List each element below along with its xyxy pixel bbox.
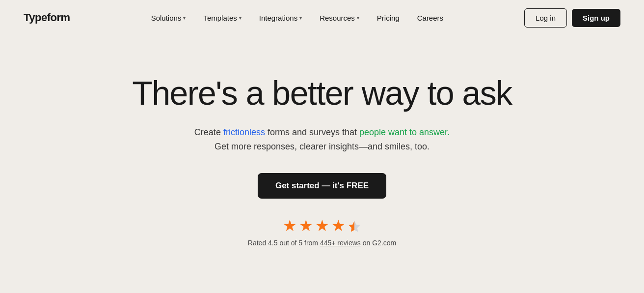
subtitle-highlight-people: people want to answer. <box>359 127 450 137</box>
subtitle-text-1: Create <box>194 127 223 137</box>
login-button[interactable]: Log in <box>524 8 567 28</box>
star-4: ★ <box>331 216 346 235</box>
review-link[interactable]: 445+ reviews <box>320 239 361 247</box>
nav-item-resources[interactable]: Resources ▾ <box>312 10 367 26</box>
hero-subtitle: Create frictionless forms and surveys th… <box>194 125 450 154</box>
rating-section: ★ ★ ★ ★ Rated 4.5 out of 5 from 445+ rev… <box>248 216 396 247</box>
rating-text: Rated 4.5 out of 5 from 445+ reviews on … <box>248 239 396 247</box>
hero-title: There's a better way to ask <box>132 75 512 112</box>
star-rating: ★ ★ ★ ★ <box>283 216 361 235</box>
signup-button[interactable]: Sign up <box>572 9 620 27</box>
star-2: ★ <box>299 216 313 235</box>
subtitle-line2: Get more responses, clearer insights—and… <box>215 142 429 151</box>
chevron-down-icon: ▾ <box>239 15 242 21</box>
chevron-down-icon: ▾ <box>299 15 302 21</box>
nav-actions: Log in Sign up <box>524 8 620 28</box>
nav-item-templates[interactable]: Templates ▾ <box>195 10 249 26</box>
nav-label-templates: Templates <box>203 14 237 22</box>
star-1: ★ <box>283 216 297 235</box>
chevron-down-icon: ▾ <box>357 15 359 21</box>
nav-item-integrations[interactable]: Integrations ▾ <box>251 10 310 26</box>
nav-item-careers[interactable]: Careers <box>409 10 451 26</box>
hero-section: There's a better way to ask Create frict… <box>0 35 644 276</box>
rating-text-before: Rated 4.5 out of 5 from <box>248 239 320 247</box>
star-half <box>348 216 361 235</box>
cta-button[interactable]: Get started — it's FREE <box>258 173 386 199</box>
nav-item-solutions[interactable]: Solutions ▾ <box>143 10 194 26</box>
nav-label-pricing: Pricing <box>377 14 400 22</box>
star-3: ★ <box>315 216 329 235</box>
nav-label-careers: Careers <box>417 14 443 22</box>
brand-logo[interactable]: Typeform <box>24 11 70 24</box>
chevron-down-icon: ▾ <box>183 15 186 21</box>
nav-label-solutions: Solutions <box>151 14 182 22</box>
navbar: Typeform Solutions ▾ Templates ▾ Integra… <box>0 0 644 35</box>
subtitle-highlight-frictionless: frictionless <box>223 127 265 137</box>
subtitle-text-2: forms and surveys that <box>265 127 359 137</box>
nav-links: Solutions ▾ Templates ▾ Integrations ▾ R… <box>143 10 451 26</box>
nav-item-pricing[interactable]: Pricing <box>369 10 407 26</box>
nav-label-resources: Resources <box>320 14 355 22</box>
nav-label-integrations: Integrations <box>259 14 297 22</box>
rating-text-after: on G2.com <box>361 239 396 247</box>
